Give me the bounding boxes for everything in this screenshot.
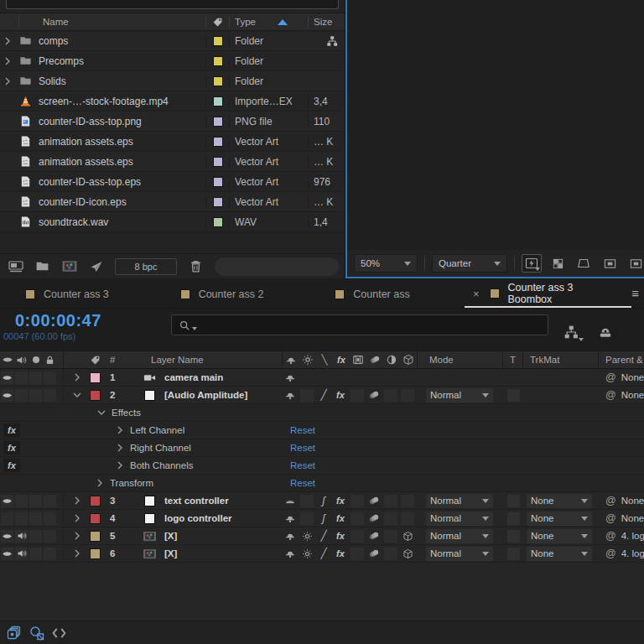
zoom-select[interactable]: 50% bbox=[354, 254, 418, 273]
lock-toggle[interactable] bbox=[43, 387, 57, 403]
project-row-eps-4[interactable]: counter-ID-icon.eps Vector Art … K bbox=[0, 192, 345, 212]
transparency-grid-button[interactable] bbox=[548, 254, 568, 273]
label-swatch[interactable] bbox=[84, 548, 106, 559]
property-group-effects[interactable]: Effects bbox=[0, 404, 644, 422]
shy-icon[interactable] bbox=[283, 351, 299, 368]
twirl-right-icon[interactable] bbox=[64, 532, 84, 540]
adjustment-toggle[interactable] bbox=[382, 510, 399, 527]
layer-name[interactable]: text controller bbox=[164, 496, 282, 506]
preserve-transparency-toggle[interactable] bbox=[507, 512, 520, 525]
fx-toggle[interactable]: fx bbox=[332, 492, 349, 509]
preserve-transparency-toggle[interactable] bbox=[507, 495, 520, 507]
label-swatch[interactable] bbox=[205, 76, 229, 86]
eye-toggle[interactable] bbox=[0, 510, 14, 527]
audio-toggle[interactable] bbox=[14, 369, 29, 386]
3d-toggle[interactable] bbox=[399, 387, 416, 403]
effect-row-left-channel[interactable]: fx Left Channel Reset bbox=[0, 422, 644, 439]
parent-select[interactable]: None bbox=[621, 390, 644, 400]
twirl-right-icon[interactable] bbox=[0, 37, 15, 45]
tab-counter-ass-3-boombox[interactable]: × Counter ass 3 Boombox bbox=[465, 281, 631, 308]
preserve-transparency-toggle[interactable] bbox=[507, 389, 520, 402]
layer-name[interactable]: [Audio Amplitude] bbox=[164, 390, 282, 400]
project-row-comps[interactable]: comps Folder bbox=[0, 31, 345, 51]
parent-select[interactable]: 4. logo controller bbox=[621, 531, 644, 541]
audio-icon[interactable] bbox=[14, 351, 29, 368]
3d-toggle[interactable] bbox=[399, 545, 416, 562]
region-of-interest-button[interactable] bbox=[574, 254, 594, 273]
frame-blend-toggle[interactable] bbox=[349, 492, 366, 509]
blend-mode-select[interactable]: Normal bbox=[426, 512, 493, 526]
parent-column-header[interactable]: Parent & Link bbox=[599, 351, 644, 368]
fx-toggle[interactable]: fx bbox=[332, 527, 349, 544]
label-swatch[interactable] bbox=[84, 372, 106, 383]
layer-name-column-header[interactable]: Layer Name bbox=[134, 355, 282, 365]
adjustment-toggle[interactable] bbox=[382, 387, 399, 403]
project-row-eps-3[interactable]: counter-ID-ass-top.eps Vector Art 976 bbox=[0, 172, 345, 192]
motion-blur-toggle[interactable] bbox=[366, 492, 382, 509]
parent-select[interactable]: None bbox=[621, 513, 644, 523]
label-swatch[interactable] bbox=[205, 56, 229, 66]
pick-whip-icon[interactable]: @ bbox=[605, 548, 616, 559]
quality-toggle[interactable]: ╱ bbox=[315, 387, 332, 403]
shy-toggle[interactable] bbox=[282, 369, 299, 386]
solo-toggle[interactable] bbox=[29, 510, 43, 527]
parent-select[interactable]: None bbox=[621, 372, 644, 382]
3d-toggle[interactable] bbox=[399, 510, 416, 527]
lock-toggle[interactable] bbox=[43, 510, 57, 527]
blend-mode-select[interactable]: Normal bbox=[426, 547, 493, 561]
safe-margins-button[interactable] bbox=[600, 254, 620, 273]
motion-blur-toggle[interactable] bbox=[366, 545, 382, 562]
project-row-solids[interactable]: Solids Folder bbox=[0, 71, 345, 91]
twirl-right-icon[interactable] bbox=[64, 373, 84, 382]
expand-transfer-controls-button[interactable] bbox=[29, 626, 44, 641]
twirl-right-icon[interactable] bbox=[64, 514, 84, 522]
label-swatch[interactable] bbox=[205, 157, 229, 167]
lock-toggle[interactable] bbox=[43, 527, 57, 544]
preserve-transparency-toggle[interactable] bbox=[507, 530, 520, 543]
layer-row-5[interactable]: 5 [X] ╱ fx Normal None @ bbox=[0, 527, 644, 545]
eye-icon[interactable] bbox=[0, 527, 14, 544]
column-type[interactable]: Type bbox=[229, 16, 308, 28]
label-column-header[interactable] bbox=[84, 355, 106, 366]
twirl-right-icon[interactable] bbox=[116, 444, 124, 452]
layer-name[interactable]: [X] bbox=[164, 531, 282, 541]
blend-mode-select[interactable]: Normal bbox=[426, 494, 493, 508]
parent-select[interactable]: 4. logo controller bbox=[621, 548, 644, 558]
current-timecode[interactable]: 0:00:00:47 bbox=[15, 311, 164, 330]
quality-toggle[interactable]: ʃ bbox=[315, 492, 332, 509]
label-swatch[interactable] bbox=[84, 531, 106, 542]
flowchart-icon[interactable] bbox=[326, 35, 338, 47]
3d-toggle[interactable] bbox=[399, 527, 416, 544]
audio-toggle[interactable] bbox=[14, 387, 29, 403]
fx-icon[interactable]: fx bbox=[333, 351, 350, 368]
effect-row-both-channels[interactable]: fx Both Channels Reset bbox=[0, 457, 644, 475]
quality-toggle[interactable]: ╱ bbox=[315, 545, 332, 562]
label-swatch[interactable] bbox=[84, 496, 106, 506]
solo-toggle[interactable] bbox=[29, 387, 43, 403]
interpret-footage-icon[interactable] bbox=[8, 260, 23, 273]
pick-whip-icon[interactable]: @ bbox=[605, 389, 616, 401]
layer-row-3[interactable]: 3 text controller ʃ fx Normal None bbox=[0, 492, 644, 510]
quality-icon[interactable]: ╲ bbox=[316, 351, 333, 368]
twirl-down-icon[interactable] bbox=[97, 408, 106, 417]
fx-toggle[interactable]: fx bbox=[332, 545, 349, 562]
fx-toggle[interactable]: fx bbox=[332, 387, 349, 403]
audio-icon[interactable] bbox=[14, 527, 29, 544]
twirl-right-icon[interactable] bbox=[64, 496, 84, 505]
collapse-toggle[interactable] bbox=[299, 527, 315, 544]
adjustment-toggle[interactable] bbox=[382, 545, 399, 562]
pick-whip-icon[interactable]: @ bbox=[605, 530, 616, 542]
track-matte-select[interactable]: None bbox=[527, 512, 592, 526]
project-row-eps-1[interactable]: animation assets.eps Vector Art … K bbox=[0, 132, 345, 152]
solo-toggle[interactable] bbox=[29, 527, 43, 544]
motion-blur-icon[interactable] bbox=[366, 351, 383, 368]
new-composition-icon[interactable] bbox=[61, 259, 78, 273]
label-swatch[interactable] bbox=[205, 197, 229, 207]
delete-icon[interactable] bbox=[189, 259, 203, 273]
fx-toggle[interactable]: fx bbox=[332, 510, 349, 527]
shy-toggle[interactable] bbox=[282, 492, 299, 509]
layer-name[interactable]: [X] bbox=[164, 548, 282, 558]
solo-toggle[interactable] bbox=[29, 492, 43, 509]
new-folder-icon[interactable] bbox=[35, 259, 49, 273]
timeline-search-input[interactable] bbox=[171, 314, 548, 335]
